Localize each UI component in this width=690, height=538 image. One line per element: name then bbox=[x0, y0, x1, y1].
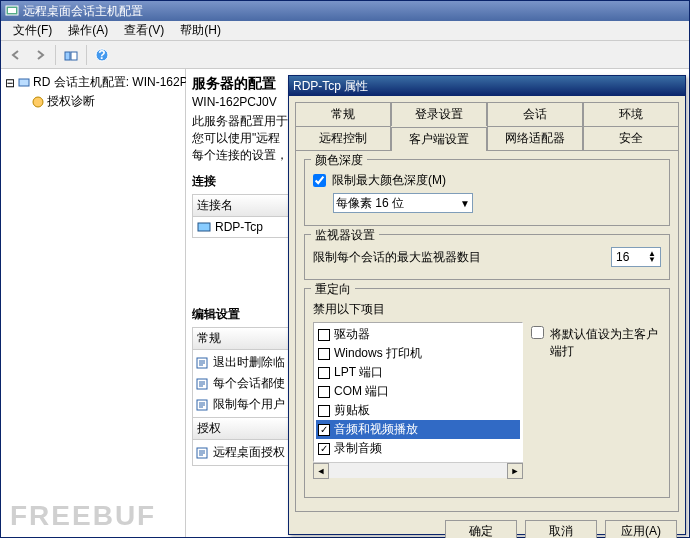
monitor-count-value: 16 bbox=[616, 250, 629, 264]
license-icon bbox=[31, 95, 45, 109]
group-title: 监视器设置 bbox=[311, 227, 379, 244]
toolbar-separator bbox=[55, 45, 56, 65]
tree-root[interactable]: ⊟ RD 会话主机配置: WIN-162PC bbox=[5, 73, 181, 92]
chevron-down-icon: ▼ bbox=[460, 198, 470, 209]
tab-environment[interactable]: 环境 bbox=[583, 102, 679, 126]
ok-button[interactable]: 确定 bbox=[445, 520, 517, 538]
connection-icon bbox=[197, 220, 211, 234]
toolbar: ? bbox=[1, 41, 689, 69]
chk-limit-color-label: 限制最大颜色深度(M) bbox=[332, 172, 446, 189]
tree-child-label: 授权诊断 bbox=[47, 93, 95, 110]
checkbox-icon[interactable] bbox=[318, 405, 330, 417]
menu-action[interactable]: 操作(A) bbox=[60, 20, 116, 41]
toolbar-back-button[interactable] bbox=[5, 44, 27, 66]
check-item-label: 录制音频 bbox=[334, 440, 382, 457]
check-item[interactable]: COM 端口 bbox=[316, 382, 520, 401]
check-item[interactable]: ✓音频和视频播放 bbox=[316, 420, 520, 439]
connection-name: RDP-Tcp bbox=[215, 220, 263, 234]
check-item-label: 驱动器 bbox=[334, 326, 370, 343]
menu-file[interactable]: 文件(F) bbox=[5, 20, 60, 41]
tree-child[interactable]: 授权诊断 bbox=[5, 92, 181, 111]
spinner-icon[interactable]: ▲▼ bbox=[648, 251, 656, 262]
svg-rect-6 bbox=[19, 79, 29, 86]
check-item-label: Windows 打印机 bbox=[334, 345, 422, 362]
redirect-label: 禁用以下项目 bbox=[313, 301, 385, 318]
check-item[interactable]: Windows 打印机 bbox=[316, 344, 520, 363]
checkbox-icon[interactable]: ✓ bbox=[318, 424, 330, 436]
apply-button[interactable]: 应用(A) bbox=[605, 520, 677, 538]
svg-text:?: ? bbox=[98, 48, 105, 62]
chk-default-client-label: 将默认值设为主客户端打 bbox=[550, 326, 661, 360]
check-item-label: COM 端口 bbox=[334, 383, 389, 400]
dialog-title: RDP-Tcp 属性 bbox=[293, 78, 368, 95]
checkbox-icon[interactable] bbox=[318, 348, 330, 360]
checkbox-icon[interactable]: ✓ bbox=[318, 443, 330, 455]
cancel-button[interactable]: 取消 bbox=[525, 520, 597, 538]
menu-help[interactable]: 帮助(H) bbox=[172, 20, 229, 41]
app-icon bbox=[5, 4, 19, 18]
server-icon bbox=[17, 76, 31, 90]
menu-view[interactable]: 查看(V) bbox=[116, 20, 172, 41]
svg-point-7 bbox=[33, 97, 43, 107]
checkbox-icon[interactable] bbox=[318, 329, 330, 341]
tab-client-settings[interactable]: 客户端设置 bbox=[391, 127, 487, 151]
properties-dialog: RDP-Tcp 属性 常规 登录设置 会话 环境 远程控制 客户端设置 网络适配… bbox=[288, 75, 686, 535]
chk-limit-color[interactable] bbox=[313, 174, 326, 187]
checkbox-icon[interactable] bbox=[318, 367, 330, 379]
chk-default-client[interactable] bbox=[531, 326, 544, 339]
svg-rect-2 bbox=[65, 52, 70, 60]
tab-network-adapter[interactable]: 网络适配器 bbox=[487, 126, 583, 150]
tab-general[interactable]: 常规 bbox=[295, 102, 391, 126]
monitor-count-label: 限制每个会话的最大监视器数目 bbox=[313, 249, 481, 266]
checkbox-icon[interactable] bbox=[318, 386, 330, 398]
group-title: 颜色深度 bbox=[311, 152, 367, 169]
toolbar-explorer-button[interactable] bbox=[60, 44, 82, 66]
svg-rect-8 bbox=[198, 223, 210, 231]
svg-rect-3 bbox=[71, 52, 77, 60]
check-item[interactable]: ✓录制音频 bbox=[316, 439, 520, 458]
config-icon bbox=[195, 377, 209, 391]
monitor-count-input[interactable]: 16 ▲▼ bbox=[611, 247, 661, 267]
check-item-label: LPT 端口 bbox=[334, 364, 383, 381]
dialog-buttons: 确定 取消 应用(A) bbox=[289, 512, 685, 538]
toolbar-forward-button[interactable] bbox=[29, 44, 51, 66]
check-item[interactable]: 驱动器 bbox=[316, 325, 520, 344]
tab-session[interactable]: 会话 bbox=[487, 102, 583, 126]
group-monitor: 监视器设置 限制每个会话的最大监视器数目 16 ▲▼ bbox=[304, 234, 670, 280]
toolbar-help-button[interactable]: ? bbox=[91, 44, 113, 66]
group-color-depth: 颜色深度 限制最大颜色深度(M) 每像素 16 位 ▼ bbox=[304, 159, 670, 226]
check-item[interactable]: LPT 端口 bbox=[316, 363, 520, 382]
tree-panel: ⊟ RD 会话主机配置: WIN-162PC 授权诊断 bbox=[1, 69, 186, 537]
color-depth-value: 每像素 16 位 bbox=[336, 195, 404, 212]
scroll-left-icon[interactable]: ◄ bbox=[313, 463, 329, 479]
group-title: 重定向 bbox=[311, 281, 355, 298]
svg-rect-1 bbox=[8, 8, 16, 13]
tree-expander-icon[interactable]: ⊟ bbox=[5, 76, 15, 90]
tabs-row-1: 常规 登录设置 会话 环境 bbox=[289, 96, 685, 126]
menubar: 文件(F) 操作(A) 查看(V) 帮助(H) bbox=[1, 21, 689, 41]
tab-security[interactable]: 安全 bbox=[583, 126, 679, 150]
toolbar-separator bbox=[86, 45, 87, 65]
group-redirect: 重定向 禁用以下项目 驱动器Windows 打印机LPT 端口COM 端口剪贴板… bbox=[304, 288, 670, 498]
color-depth-select[interactable]: 每像素 16 位 ▼ bbox=[333, 193, 473, 213]
config-icon bbox=[195, 446, 209, 460]
config-icon bbox=[195, 356, 209, 370]
tab-remote-control[interactable]: 远程控制 bbox=[295, 126, 391, 150]
tree-root-label: RD 会话主机配置: WIN-162PC bbox=[33, 74, 196, 91]
window-title: 远程桌面会话主机配置 bbox=[23, 3, 143, 20]
check-item-label: 剪贴板 bbox=[334, 402, 370, 419]
tabs-row-2: 远程控制 客户端设置 网络适配器 安全 bbox=[289, 126, 685, 150]
horizontal-scrollbar[interactable]: ◄ ► bbox=[313, 462, 523, 478]
check-item-label: 音频和视频播放 bbox=[334, 421, 418, 438]
tab-login[interactable]: 登录设置 bbox=[391, 102, 487, 126]
dialog-titlebar: RDP-Tcp 属性 bbox=[289, 76, 685, 96]
scroll-right-icon[interactable]: ► bbox=[507, 463, 523, 479]
check-item[interactable]: 剪贴板 bbox=[316, 401, 520, 420]
redirect-checklist[interactable]: 驱动器Windows 打印机LPT 端口COM 端口剪贴板✓音频和视频播放✓录制… bbox=[313, 322, 523, 462]
config-icon bbox=[195, 398, 209, 412]
main-titlebar: 远程桌面会话主机配置 bbox=[1, 1, 689, 21]
tab-content: 颜色深度 限制最大颜色深度(M) 每像素 16 位 ▼ 监视器设置 限制每个会话… bbox=[295, 150, 679, 512]
